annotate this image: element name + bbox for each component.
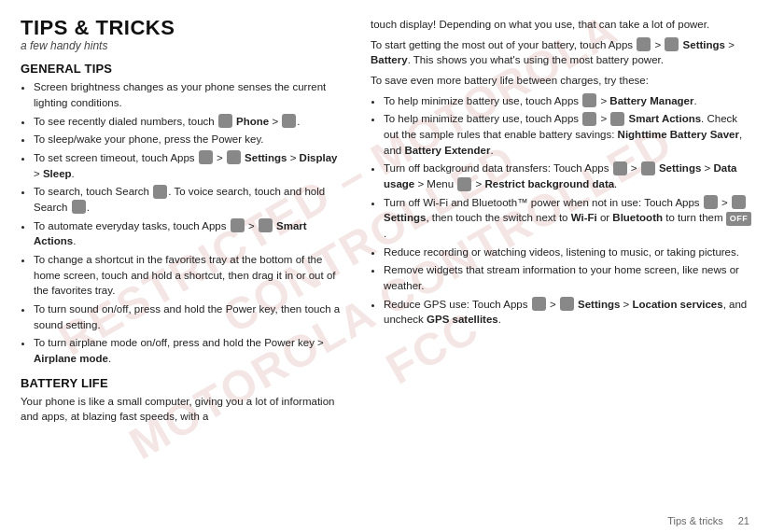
page-title: TIPS & TRICKS: [21, 17, 343, 39]
list-item: To set screen timeout, touch Apps > Sett…: [34, 150, 343, 181]
list-item: To search, touch Search . To voice searc…: [34, 184, 343, 215]
settings-icon2: [665, 37, 679, 51]
off-badge: OFF: [726, 212, 752, 226]
general-tips-list: Screen brightness changes as your phone …: [21, 79, 343, 366]
list-item: Screen brightness changes as your phone …: [34, 79, 343, 110]
page-layout: TIPS & TRICKS a few handy hints GENERAL …: [0, 0, 770, 532]
list-item: To turn airplane mode on/off, press and …: [34, 335, 343, 366]
battery-p2: To save even more battery life between c…: [371, 73, 753, 89]
apps-icon6: [613, 161, 627, 175]
apps-icon7: [704, 195, 718, 209]
page-subtitle: a few handy hints: [21, 39, 343, 52]
list-item: Reduce recording or watching videos, lis…: [384, 245, 753, 260]
left-column: TIPS & TRICKS a few handy hints GENERAL …: [0, 0, 359, 532]
settings-icon: [227, 150, 241, 164]
list-item: To help minimize battery use, touch Apps…: [384, 111, 753, 158]
settings-icon3: [641, 161, 655, 175]
list-item: To change a shortcut in the favorites tr…: [34, 252, 343, 299]
list-item: Turn off background data transfers: Touc…: [384, 161, 753, 191]
search-hold-icon: [72, 200, 86, 214]
menu-icon: [457, 177, 471, 191]
phone-icon: [218, 114, 232, 128]
apps-icon8: [532, 297, 546, 311]
recent-icon: [282, 114, 296, 128]
list-item: Remove widgets that stream information t…: [384, 262, 753, 293]
battery-tips-list: To help minimize battery use, touch Apps…: [371, 93, 753, 328]
list-item: To turn sound on/off, press and hold the…: [34, 301, 343, 332]
smart-actions-icon: [259, 218, 273, 232]
apps-icon4: [582, 93, 596, 107]
list-item: To sleep/wake your phone, press the Powe…: [34, 132, 343, 147]
general-tips-heading: GENERAL TIPS: [21, 62, 343, 76]
list-item: Turn off Wi-Fi and Bluetooth™ power when…: [384, 195, 753, 242]
apps-icon2: [231, 218, 245, 232]
battery-p1: To start getting the most out of your ba…: [371, 37, 753, 68]
apps-icon3: [637, 37, 651, 51]
list-item: Reduce GPS use: Touch Apps > Settings > …: [384, 297, 753, 328]
list-item: To automate everyday tasks, touch Apps >…: [34, 218, 343, 249]
smart-actions-icon2: [610, 112, 624, 126]
battery-life-heading: BATTERY LIFE: [21, 376, 343, 390]
battery-cont: touch display! Depending on what you use…: [371, 17, 753, 33]
apps-icon: [199, 150, 213, 164]
list-item: To help minimize battery use, touch Apps…: [384, 93, 753, 109]
right-column: touch display! Depending on what you use…: [359, 0, 770, 532]
search-icon: [153, 185, 167, 199]
settings-icon4: [732, 195, 746, 209]
battery-intro: Your phone is like a small computer, giv…: [21, 394, 343, 425]
apps-icon5: [582, 112, 596, 126]
settings-icon5: [560, 297, 574, 311]
list-item: To see recently dialed numbers, touch Ph…: [34, 114, 343, 130]
